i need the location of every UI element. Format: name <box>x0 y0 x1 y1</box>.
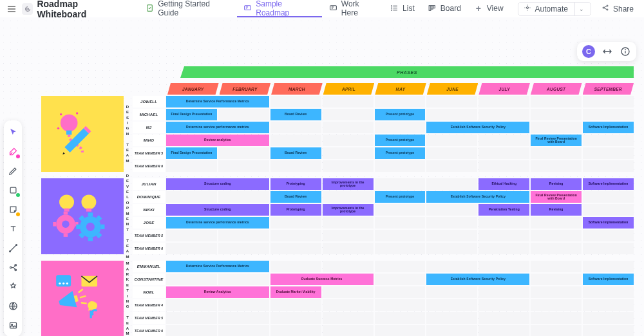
empty-cell <box>166 160 217 172</box>
task-chip[interactable]: Review Analytics <box>166 286 269 298</box>
task-chip[interactable]: Revising <box>531 178 582 190</box>
task-chip[interactable]: Board Review <box>270 147 321 159</box>
empty-cell <box>218 325 269 336</box>
task-chip[interactable]: Software Implementation <box>583 274 634 285</box>
pen-tool[interactable] <box>6 164 19 177</box>
month-header-cell: MARCH <box>271 83 323 95</box>
task-chip[interactable]: Present prototype <box>375 109 426 120</box>
task-chip[interactable]: Improvements in the prototype <box>323 204 374 216</box>
empty-cell <box>270 243 321 254</box>
task-chip[interactable]: Improvements in the prototype <box>323 178 374 190</box>
task-chip[interactable]: Establish Software Security Policy <box>426 191 529 203</box>
task-chip[interactable]: Prototyping <box>270 204 321 216</box>
fit-width-icon[interactable] <box>601 46 613 57</box>
member-cell[interactable]: TEAM MEMBER 4 <box>133 299 165 311</box>
member-cell[interactable]: TEAM MEMBER 6 <box>133 325 165 336</box>
svg-line-63 <box>80 234 83 237</box>
text-tool[interactable] <box>6 222 19 235</box>
tab-sample-roadmap[interactable]: Sample Roadmap <box>237 0 323 17</box>
task-chip[interactable]: Evaluate Market Viability <box>270 286 321 298</box>
relationship-tool[interactable] <box>6 261 19 274</box>
empty-cell <box>583 299 634 311</box>
task-chip[interactable]: Determine Service Performance Metrics <box>166 96 269 107</box>
task-chip[interactable]: Prototyping <box>270 178 321 190</box>
task-chip[interactable]: Structure coding <box>166 178 269 190</box>
task-chip[interactable]: Revising <box>531 204 582 216</box>
tab-work-here[interactable]: Work Here <box>322 0 383 17</box>
whiteboard-canvas[interactable]: C PHASES <box>0 17 644 336</box>
task-chip[interactable]: Final Design Presentation <box>166 109 217 120</box>
magic-pen-tool[interactable] <box>6 145 19 158</box>
share-button[interactable]: Share <box>596 2 639 16</box>
task-chip[interactable]: Software Implementation <box>583 178 634 190</box>
empty-cell <box>270 122 321 133</box>
tab-add-view[interactable]: + View <box>468 0 510 17</box>
cursor-tool[interactable] <box>6 126 19 138</box>
task-chip[interactable]: Final Design Presentation <box>166 147 217 159</box>
task-chip[interactable]: Software Implementation <box>583 217 634 229</box>
member-cell[interactable]: TEAM MEMBER 5 <box>133 230 165 241</box>
tab-list[interactable]: List <box>383 0 421 17</box>
member-cell[interactable]: TEAM MEMBER 6 <box>133 243 165 254</box>
task-chip[interactable]: Establish Software Security Policy <box>426 274 529 285</box>
team-label-col: DESIGN TEAM <box>124 96 131 172</box>
empty-cell <box>323 261 374 272</box>
task-chip[interactable]: Determine service performance metrics <box>166 122 269 133</box>
team-art <box>41 96 124 172</box>
member-cell[interactable]: JOSE <box>133 217 165 229</box>
tab-label: List <box>402 4 415 13</box>
roadmap[interactable]: PHASES JANUARYFEBRUARYMARCHAPRILMAYJUNEJ… <box>41 66 634 336</box>
task-chip[interactable]: Evaluate Success Metrics <box>270 274 374 285</box>
member-cell[interactable]: EMMANUEL <box>133 261 165 272</box>
member-cell[interactable]: DOMINIQUE <box>133 191 165 203</box>
sticky-note-tool[interactable] <box>6 203 19 216</box>
task-chip[interactable]: Final Review Presentation with Board <box>531 191 582 203</box>
member-cell[interactable]: CONSTANTINE <box>133 274 165 285</box>
task-chip[interactable]: Establish Software Security Policy <box>426 122 529 133</box>
member-cell[interactable]: JULIAN <box>133 178 165 190</box>
task-chip[interactable]: Board Review <box>270 191 321 203</box>
task-chip[interactable]: Structure coding <box>166 204 269 216</box>
member-cell[interactable]: MJ <box>133 122 165 133</box>
member-cell[interactable]: MIHO <box>133 135 165 146</box>
task-chip[interactable]: Present prototype <box>375 191 426 203</box>
task-chip[interactable]: Final Review Presentation with Board <box>531 135 582 146</box>
tab-getting-started[interactable]: Getting Started Guide <box>139 0 237 17</box>
empty-cell <box>531 122 582 133</box>
member-cell[interactable]: NIKKI <box>133 204 165 216</box>
avatar[interactable]: C <box>582 45 595 58</box>
shape-tool[interactable] <box>6 183 19 196</box>
task-grid: Determine Service Performance MetricsEva… <box>166 261 634 336</box>
automate-button[interactable]: Automate ⌄ <box>518 2 591 16</box>
month-header-cell: JANUARY <box>167 83 219 95</box>
member-cell[interactable]: MICHAEL <box>133 109 165 120</box>
chevron-down-icon[interactable]: ⌄ <box>574 2 584 16</box>
empty-cell <box>478 261 529 272</box>
member-cell[interactable]: TEAM MEMBER 5 <box>133 147 165 159</box>
svg-rect-45 <box>64 209 69 212</box>
member-column: JOWELLMICHAELMJMIHOTEAM MEMBER 5TEAM MEM… <box>131 96 165 172</box>
web-tool[interactable] <box>6 299 19 312</box>
image-tool[interactable] <box>6 319 19 331</box>
task-chip[interactable]: Present prototype <box>375 135 426 146</box>
task-chip[interactable]: Determine service performance metrics <box>166 217 269 229</box>
menu-icon[interactable] <box>5 3 18 15</box>
task-chip[interactable]: Board Review <box>270 109 321 120</box>
member-cell[interactable]: JOWELL <box>133 96 165 107</box>
task-chip[interactable]: Present prototype <box>375 147 426 159</box>
task-chip[interactable]: Software Implementation <box>583 122 634 133</box>
empty-cell <box>218 191 269 203</box>
task-chip[interactable]: Ethical Hacking <box>478 178 529 190</box>
connector-tool[interactable] <box>6 241 19 254</box>
member-cell[interactable]: TEAM MEMBER 6 <box>133 160 165 172</box>
task-chip[interactable]: Determine Service Performance Metrics <box>166 261 269 272</box>
task-chip[interactable]: Review analytics <box>166 135 269 146</box>
member-cell[interactable]: NOEL <box>133 286 165 298</box>
stamp-tool[interactable] <box>6 280 19 293</box>
tab-board[interactable]: Board <box>421 0 468 17</box>
member-cell[interactable]: TEAM MEMBER 5 <box>133 312 165 324</box>
task-chip[interactable]: Penetration Testing <box>478 204 529 216</box>
info-icon[interactable] <box>620 46 631 57</box>
empty-cell <box>166 274 217 285</box>
empty-cell <box>166 312 217 324</box>
